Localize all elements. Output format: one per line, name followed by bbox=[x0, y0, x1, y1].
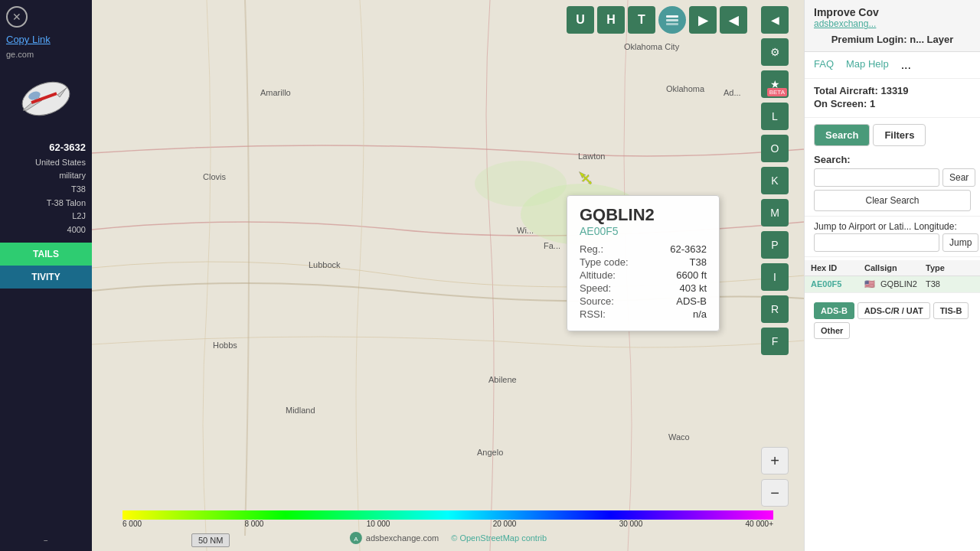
jump-input[interactable] bbox=[814, 233, 939, 252]
map-area[interactable]: Oklahoma City Oklahoma Amarillo Clovis L… bbox=[92, 0, 804, 551]
color-scale: 6 000 8 000 10 000 20 000 30 000 40 000+ bbox=[92, 510, 773, 524]
close-button[interactable]: ✕ bbox=[6, 6, 28, 28]
svg-point-6 bbox=[475, 161, 567, 207]
svg-rect-9 bbox=[666, 23, 678, 25]
tab-filters[interactable]: Filters bbox=[873, 124, 926, 146]
city-wi: Wi... bbox=[517, 226, 534, 235]
btn-settings[interactable]: ⚙ bbox=[761, 38, 789, 66]
adsb-logo-icon: A bbox=[349, 531, 363, 545]
total-aircraft-value: 13319 bbox=[880, 85, 908, 96]
beta-badge: BETA bbox=[767, 88, 787, 96]
td-flag: 🇺🇸 bbox=[864, 279, 875, 289]
map-controls-right: ◀ ⚙ ★ BETA L O K M P I R F bbox=[761, 6, 789, 355]
on-screen-value: 1 bbox=[870, 98, 875, 109]
details-button[interactable]: TAILS bbox=[0, 243, 92, 266]
scale-20k: 20 000 bbox=[493, 520, 517, 528]
city-hobbs: Hobbs bbox=[213, 341, 237, 350]
table-header: Hex ID Callsign Type bbox=[805, 260, 980, 276]
nav-ellipsis: ... bbox=[901, 58, 911, 72]
th-hex-id: Hex ID bbox=[811, 263, 864, 272]
city-amarillo: Amarillo bbox=[260, 88, 291, 97]
tooltip-reg-value: 62-3632 bbox=[670, 243, 707, 255]
btn-f[interactable]: F bbox=[761, 328, 789, 355]
td-hex: AE00F5 bbox=[811, 279, 864, 289]
city-angelo: Angelo bbox=[477, 448, 503, 457]
city-waco: Waco bbox=[668, 432, 690, 442]
btn-h[interactable]: H bbox=[597, 6, 625, 34]
search-row: Sear bbox=[814, 168, 971, 187]
btn-p[interactable]: P bbox=[761, 231, 789, 259]
tooltip-rssi-label: RSSI: bbox=[580, 308, 606, 320]
tooltip-type-label: Type code: bbox=[580, 256, 629, 268]
map-help-link[interactable]: Map Help bbox=[846, 58, 889, 72]
adsb-link[interactable]: adsbexchang... bbox=[814, 18, 971, 29]
btn-next[interactable]: ▶ bbox=[689, 6, 717, 34]
faq-link[interactable]: FAQ bbox=[814, 58, 834, 72]
city-lawton: Lawton bbox=[578, 152, 605, 161]
search-label: Search: bbox=[814, 154, 971, 165]
city-abilene: Abilene bbox=[488, 375, 517, 384]
jump-row: Jump bbox=[814, 233, 971, 252]
copy-link[interactable]: Copy Link bbox=[0, 31, 92, 48]
tooltip-source-value: ADS-B bbox=[676, 295, 707, 307]
aircraft-marker[interactable] bbox=[574, 167, 597, 190]
domain-text: ge.com bbox=[0, 48, 92, 60]
jump-button[interactable]: Jump bbox=[942, 233, 978, 252]
td-type: T38 bbox=[926, 279, 956, 289]
btn-layers[interactable] bbox=[658, 6, 686, 34]
city-lubbock: Lubbock bbox=[309, 260, 341, 269]
source-adsbcr[interactable]: ADS-C/R / UAT bbox=[858, 302, 930, 319]
city-ad: Ad... bbox=[724, 88, 741, 97]
tooltip-alt-row: Altitude: 6600 ft bbox=[580, 269, 707, 281]
td-callsign-text: GQBLIN2 bbox=[880, 279, 917, 289]
source-badges: ADS-B ADS-C/R / UAT TIS-B Other bbox=[805, 296, 980, 342]
btn-o[interactable]: O bbox=[761, 135, 789, 162]
btn-i[interactable]: I bbox=[761, 263, 789, 291]
activity-button[interactable]: TIVITY bbox=[0, 266, 92, 289]
city-clovis: Clovis bbox=[203, 172, 226, 181]
source-tisb[interactable]: TIS-B bbox=[933, 302, 969, 319]
btn-r[interactable]: R bbox=[761, 295, 789, 323]
scroll-indicator[interactable]: − bbox=[0, 536, 92, 545]
source-other[interactable]: Other bbox=[814, 322, 850, 339]
btn-star[interactable]: ★ BETA bbox=[761, 70, 789, 98]
btn-k[interactable]: K bbox=[761, 167, 789, 194]
scale-6k: 6 000 bbox=[122, 520, 142, 528]
right-nav: FAQ Map Help ... bbox=[805, 52, 980, 79]
map-scale-label: 50 NM bbox=[191, 533, 230, 547]
tab-search[interactable]: Search bbox=[814, 124, 870, 146]
btn-back-arrow[interactable]: ◀ bbox=[761, 6, 789, 34]
tooltip-type-value: T38 bbox=[690, 256, 707, 268]
btn-t[interactable]: T bbox=[628, 6, 655, 34]
scale-30k: 30 000 bbox=[619, 520, 643, 528]
color-gradient bbox=[122, 510, 773, 520]
on-screen-line: On Screen: 1 bbox=[814, 98, 971, 109]
premium-login-text: Premium Login: n... Layer bbox=[814, 34, 971, 45]
aircraft-icon bbox=[15, 68, 77, 129]
search-section: Search: Sear Clear Search bbox=[805, 149, 980, 217]
btn-l[interactable]: L bbox=[761, 103, 789, 130]
aircraft-info: 62-3632 United States military T38 T-38 … bbox=[0, 137, 92, 240]
total-aircraft-label: Total Aircraft: bbox=[814, 85, 878, 96]
btn-u[interactable]: U bbox=[567, 6, 594, 34]
zoom-out-button[interactable]: − bbox=[761, 479, 789, 507]
search-button[interactable]: Sear bbox=[942, 168, 975, 187]
table-row[interactable]: AE00F5 🇺🇸 GQBLIN2 T38 bbox=[805, 276, 980, 293]
scale-8k: 8 000 bbox=[244, 520, 263, 528]
tooltip-callsign: GQBLIN2 bbox=[580, 205, 707, 225]
svg-rect-7 bbox=[666, 15, 678, 18]
color-labels: 6 000 8 000 10 000 20 000 30 000 40 000+ bbox=[122, 520, 773, 528]
tooltip-hex: AE00F5 bbox=[580, 225, 707, 237]
scale-10k: 10 000 bbox=[367, 520, 390, 528]
clear-search-button[interactable]: Clear Search bbox=[814, 190, 971, 211]
tooltip-source-row: Source: ADS-B bbox=[580, 295, 707, 307]
scale-40k: 40 000+ bbox=[746, 520, 773, 528]
source-adsb[interactable]: ADS-B bbox=[814, 302, 854, 319]
btn-m[interactable]: M bbox=[761, 199, 789, 227]
btn-prev[interactable]: ◀ bbox=[720, 6, 747, 34]
search-input[interactable] bbox=[814, 168, 939, 187]
zoom-in-button[interactable]: + bbox=[761, 447, 789, 474]
copyright-text: © OpenStreetMap contrib bbox=[451, 533, 547, 543]
total-aircraft-line: Total Aircraft: 13319 bbox=[814, 85, 971, 96]
map-controls-top: U H T ▶ ◀ bbox=[567, 6, 747, 34]
